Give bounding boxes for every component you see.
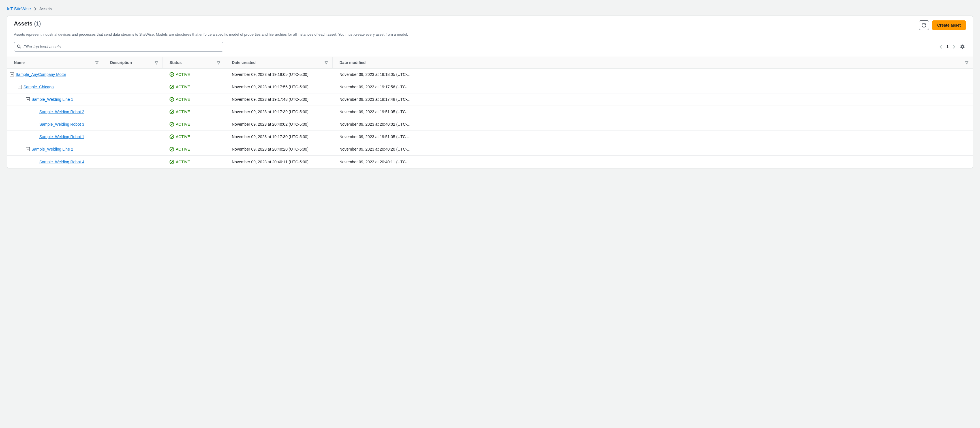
breadcrumb-current: Assets (39, 6, 52, 11)
sort-caret-icon: ▽ (965, 60, 968, 65)
sort-caret-icon: ▽ (95, 60, 99, 65)
col-header-created[interactable]: Date created ▽ (225, 57, 332, 68)
tree-indent-guide (18, 160, 24, 164)
collapse-toggle[interactable]: − (18, 85, 22, 89)
table-row: Sample_Welding Robot 4ACTIVENovember 09,… (7, 156, 973, 168)
col-header-name[interactable]: Name ▽ (7, 57, 103, 68)
cell-description (103, 134, 163, 140)
search-input[interactable] (24, 45, 220, 49)
col-header-status[interactable]: Status ▽ (163, 57, 225, 68)
tree-indent-guide (10, 97, 16, 102)
sort-caret-icon: ▽ (217, 60, 220, 65)
col-header-description[interactable]: Description ▽ (103, 57, 163, 68)
chevron-right-icon (34, 7, 37, 11)
cell-status: ACTIVE (163, 94, 225, 105)
table-row: Sample_Welding Robot 1ACTIVENovember 09,… (7, 131, 973, 143)
asset-link[interactable]: Sample_Welding Line 2 (32, 147, 73, 151)
cell-modified: November 09, 2023 at 20:40:20 (UTC-... (332, 144, 973, 154)
cell-status: ACTIVE (163, 82, 225, 92)
sort-caret-icon: ▽ (155, 60, 158, 65)
page-title: Assets (1) (14, 21, 41, 27)
status-badge: ACTIVE (170, 110, 221, 114)
panel-title-wrap: Assets (1) (14, 21, 41, 27)
collapse-toggle[interactable]: − (10, 72, 14, 76)
cell-modified: November 09, 2023 at 19:51:05 (UTC-... (332, 107, 973, 117)
page-number: 1 (946, 45, 948, 49)
pagination: 1 (940, 45, 955, 49)
cell-name: Sample_Welding Robot 2 (7, 107, 103, 117)
page-prev-button[interactable] (940, 45, 942, 49)
refresh-button[interactable] (919, 21, 929, 30)
cell-status: ACTIVE (163, 119, 225, 129)
tree-indent-guide (26, 160, 32, 164)
cell-created: November 09, 2023 at 19:17:48 (UTC-5:00) (225, 94, 332, 105)
cell-name: Sample_Welding Robot 1 (7, 132, 103, 142)
table-row: −Sample_Welding Line 2ACTIVENovember 09,… (7, 143, 973, 156)
tree-indent-guide (26, 110, 32, 114)
asset-count: (1) (34, 21, 41, 27)
asset-link[interactable]: Sample_Welding Robot 2 (39, 110, 84, 114)
table-body: −Sample_AnyCompany MotorACTIVENovember 0… (7, 68, 973, 168)
asset-link[interactable]: Sample_Welding Robot 1 (39, 134, 84, 139)
cell-status: ACTIVE (163, 144, 225, 154)
cell-description (103, 109, 163, 115)
status-badge: ACTIVE (170, 147, 221, 151)
cell-modified: November 09, 2023 at 19:51:05 (UTC-... (332, 132, 973, 142)
settings-button[interactable] (959, 43, 966, 50)
page-next-button[interactable] (953, 45, 955, 49)
asset-link[interactable]: Sample_Welding Line 1 (32, 97, 73, 102)
cell-status: ACTIVE (163, 157, 225, 167)
table-row: Sample_Welding Robot 3ACTIVENovember 09,… (7, 118, 973, 131)
cell-modified: November 09, 2023 at 19:17:56 (UTC-... (332, 82, 973, 92)
cell-created: November 09, 2023 at 20:40:20 (UTC-5:00) (225, 144, 332, 154)
tree-indent-guide (26, 122, 32, 127)
cell-name: −Sample_Welding Line 1 (7, 94, 103, 105)
col-header-modified[interactable]: Date modified ▽ (332, 57, 973, 68)
table-row: −Sample_ChicagoACTIVENovember 09, 2023 a… (7, 81, 973, 94)
cell-created: November 09, 2023 at 20:40:02 (UTC-5:00) (225, 119, 332, 129)
assets-panel: Assets (1) Create asset Assets represent… (7, 16, 973, 169)
sort-caret-icon: ▽ (325, 60, 328, 65)
breadcrumb: IoT SiteWise Assets (7, 5, 973, 16)
tree-indent-guide (10, 122, 16, 127)
asset-link[interactable]: Sample_AnyCompany Motor (16, 72, 66, 77)
tree-indent-guide (10, 160, 16, 164)
tree-indent-guide (18, 134, 24, 139)
cell-created: November 09, 2023 at 19:18:05 (UTC-5:00) (225, 69, 332, 80)
cell-description (103, 97, 163, 102)
cell-created: November 09, 2023 at 19:17:56 (UTC-5:00) (225, 82, 332, 92)
tree-indent-guide (10, 147, 16, 151)
cell-status: ACTIVE (163, 132, 225, 142)
tree-indent-guide (10, 110, 16, 114)
cell-modified: November 09, 2023 at 20:40:11 (UTC-... (332, 157, 973, 167)
asset-link[interactable]: Sample_Welding Robot 3 (39, 122, 84, 127)
search-icon (17, 45, 21, 49)
table-header: Name ▽ Description ▽ Status ▽ Date creat… (7, 57, 973, 68)
tree-indent-guide (26, 134, 32, 139)
search-field-wrap[interactable] (14, 42, 223, 51)
cell-description (103, 159, 163, 165)
tree-indent-guide (18, 122, 24, 127)
breadcrumb-root-link[interactable]: IoT SiteWise (7, 6, 31, 11)
cell-modified: November 09, 2023 at 19:17:48 (UTC-... (332, 94, 973, 105)
cell-name: Sample_Welding Robot 3 (7, 119, 103, 129)
collapse-toggle[interactable]: − (26, 147, 30, 151)
cell-status: ACTIVE (163, 107, 225, 117)
asset-link[interactable]: Sample_Welding Robot 4 (39, 160, 84, 164)
cell-name: −Sample_AnyCompany Motor (7, 69, 103, 80)
create-asset-button[interactable]: Create asset (932, 21, 966, 30)
table-row: −Sample_AnyCompany MotorACTIVENovember 0… (7, 68, 973, 81)
svg-point-0 (17, 45, 20, 47)
cell-description (103, 72, 163, 77)
asset-link[interactable]: Sample_Chicago (24, 84, 54, 89)
svg-line-1 (20, 47, 21, 48)
tree-indent-guide (18, 97, 24, 102)
status-badge: ACTIVE (170, 122, 221, 127)
panel-description: Assets represent industrial devices and … (14, 32, 966, 37)
cell-status: ACTIVE (163, 69, 225, 80)
cell-description (103, 121, 163, 127)
tree-indent-guide (10, 84, 16, 89)
collapse-toggle[interactable]: − (26, 97, 30, 101)
tree-indent-guide (18, 147, 24, 151)
cell-description (103, 146, 163, 152)
